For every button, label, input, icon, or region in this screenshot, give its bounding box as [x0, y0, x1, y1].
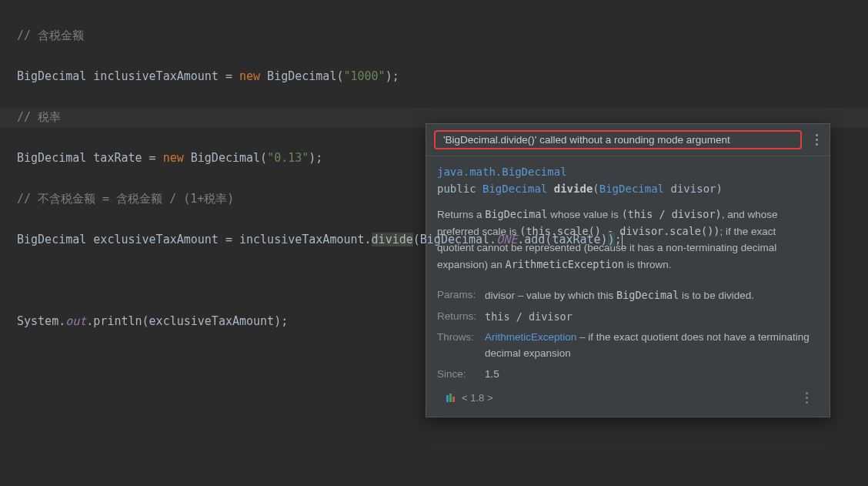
library-icon: [446, 393, 457, 404]
jdk-version-selector[interactable]: < 1.8 >: [462, 390, 492, 406]
comment: // 不含税金额 = 含税金额 / (1+税率): [17, 192, 234, 206]
comment: // 含税金额: [17, 28, 84, 42]
svg-rect-2: [452, 397, 455, 402]
code-line: BigDecimal taxRate = new BigDecimal("0.1…: [17, 148, 868, 169]
code-line: // 不含税金额 = 含税金额 / (1+税率): [17, 189, 868, 209]
code-line: // 含税金额: [17, 25, 868, 46]
editor-caret: [622, 233, 623, 246]
code-line: System.out.println(exclusiveTaxAmount);: [17, 311, 868, 332]
code-line: BigDecimal exclusiveTaxAmount = inclusiv…: [17, 230, 868, 250]
popup-footer: < 1.8 >: [437, 387, 819, 411]
comment: // 税率: [17, 110, 61, 124]
svg-rect-0: [446, 395, 449, 402]
code-line: // 税率: [17, 107, 868, 128]
divide-call: divide: [372, 233, 413, 246]
code-editor[interactable]: // 含税金额 BigDecimal inclusiveTaxAmount = …: [0, 0, 868, 352]
code-line: [17, 270, 868, 291]
footer-more-icon[interactable]: [800, 392, 813, 404]
code-line: BigDecimal inclusiveTaxAmount = new BigD…: [17, 66, 868, 87]
svg-rect-1: [449, 394, 452, 402]
since-row: Since: 1.5: [437, 367, 819, 383]
